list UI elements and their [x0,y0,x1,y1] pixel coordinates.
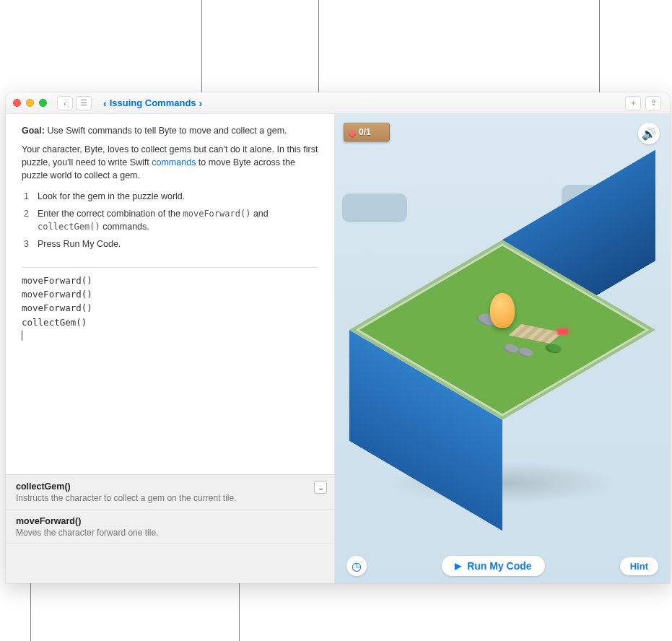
share-button[interactable]: ⇪ [645,96,661,110]
step-number: 3 [22,237,29,250]
suggestion-desc: Moves the character forward one tile. [16,528,324,538]
inline-code: collectGem() [38,222,100,232]
speed-button[interactable]: ◷ [346,556,367,576]
code-editor[interactable]: moveForward() moveForward() moveForward(… [6,268,334,474]
code-line: collectGem() [22,315,318,329]
step-number: 2 [22,207,29,234]
code-line: moveForward() [22,274,318,287]
play-controls: ◷ ▶ Run My Code Hint [335,556,670,576]
minimize-icon[interactable] [26,99,34,107]
rock-icon [515,346,536,359]
breadcrumb-title: Issuing Commands [110,97,196,108]
breadcrumb[interactable]: ‹ Issuing Commands › [103,97,202,109]
floating-island-icon [342,193,407,222]
step-fragment: commands. [100,222,149,232]
hint-label: Hint [630,561,648,572]
hint-button[interactable]: Hint [620,557,658,575]
editor-pane: Goal: Use Swift commands to tell Byte to… [6,114,335,583]
step-item: 1 Look for the gem in the puzzle world. [22,190,318,203]
step-fragment: and [250,209,268,219]
stairs-tile [508,324,562,344]
suggestions-blank-area [6,544,334,583]
suggestion-name: collectGem() [16,481,324,492]
sound-toggle-button[interactable]: 🔊 [638,123,660,144]
step-fragment: Enter the correct combination of the [38,209,183,219]
goal-text: Use Swift commands to tell Byte to move … [47,126,287,136]
goal-line: Goal: Use Swift commands to tell Byte to… [22,124,318,137]
gem-icon: ◆ [349,127,356,138]
titlebar: ‹ ☰ ‹ Issuing Commands › ＋ ⇪ [6,92,670,114]
step-text: Press Run My Code. [38,237,318,250]
code-suggestions: ⌄ collectGem() Instructs the character t… [6,474,334,583]
code-line: moveForward() [22,301,318,315]
suggestion-desc: Instructs the character to collect a gem… [16,493,324,503]
gem-count: 0/1 [359,127,371,137]
rock-icon [500,343,520,355]
sidebar-toggle-button[interactable]: ☰ [76,96,92,110]
run-label: Run My Code [467,560,531,572]
suggestions-collapse-button[interactable]: ⌄ [314,481,327,494]
puzzle-world[interactable] [394,222,611,438]
suggestion-item[interactable]: collectGem() Instructs the character to … [6,475,334,510]
step-text: Enter the correct combination of the mov… [38,207,318,234]
content-area: Goal: Use Swift commands to tell Byte to… [6,114,670,583]
close-icon[interactable] [13,99,21,107]
suggestion-name: moveForward() [16,516,324,526]
chevron-left-icon: ‹ [103,97,107,109]
gem-tile-icon [558,328,568,334]
live-view: ◆ 0/1 🔊 [335,114,670,583]
gem-counter: ◆ 0/1 [344,123,390,141]
nav-back-button[interactable]: ‹ [57,96,73,110]
add-button[interactable]: ＋ [625,96,641,110]
step-item: 2 Enter the correct combination of the m… [22,207,318,234]
speed-icon: ◷ [352,559,362,573]
bush-icon [542,342,564,355]
chevron-right-icon: › [199,97,203,109]
step-text: Look for the gem in the puzzle world. [38,190,318,203]
goal-label: Goal: [22,126,45,136]
step-item: 3 Press Run My Code. [22,237,318,250]
suggestion-item[interactable]: moveForward() Moves the character forwar… [6,510,334,544]
sound-icon: 🔊 [642,127,656,141]
inline-code: moveForward() [183,209,251,219]
text-cursor [22,331,22,341]
play-icon: ▶ [455,561,461,571]
step-number: 1 [22,190,29,203]
instructions: Goal: Use Swift commands to tell Byte to… [6,114,334,261]
intro-paragraph: Your character, Byte, loves to collect g… [22,143,318,182]
run-my-code-button[interactable]: ▶ Run My Code [442,556,544,576]
steps-list: 1 Look for the gem in the puzzle world. … [22,190,318,251]
zoom-icon[interactable] [39,99,47,107]
app-window: ‹ ☰ ‹ Issuing Commands › ＋ ⇪ Goal: Use S… [6,92,670,583]
window-controls [13,99,47,107]
code-line [22,329,318,343]
code-line: moveForward() [22,287,318,301]
commands-link[interactable]: commands [152,157,196,167]
